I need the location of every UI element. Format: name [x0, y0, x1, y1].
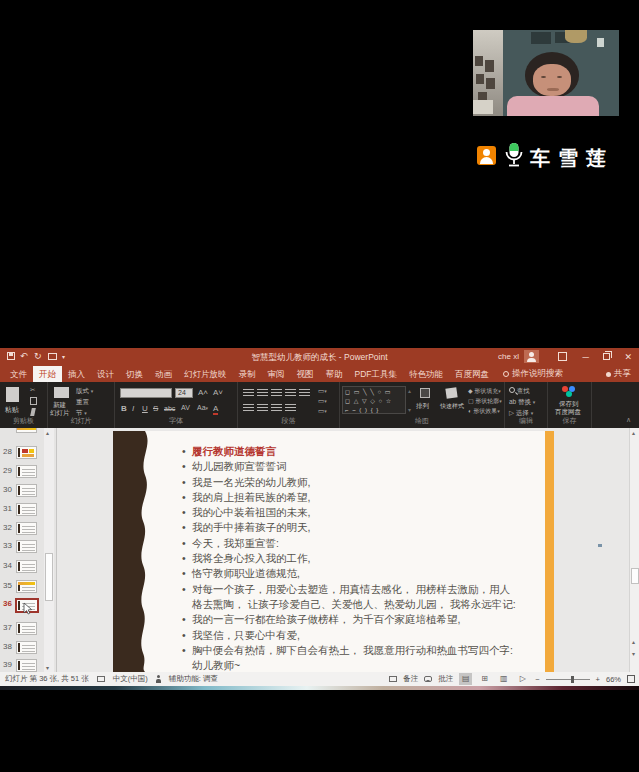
decrease-indent-icon[interactable] — [271, 389, 282, 397]
tell-me-search[interactable]: 操作说明搜索 — [503, 366, 563, 382]
grow-font-icon[interactable]: A˄ — [198, 388, 208, 397]
text-direction-icon[interactable]: ▭▾ — [318, 387, 327, 395]
close-button[interactable]: ✕ — [624, 352, 632, 362]
slide-bullet: •恪守教师职业道德规范, — [180, 566, 516, 581]
view-normal-button[interactable]: ▤ — [459, 673, 472, 685]
tab-file[interactable]: 文件 — [4, 366, 33, 382]
font-name-combo[interactable] — [120, 388, 172, 398]
previous-slide-icon[interactable]: ▴ — [632, 638, 635, 645]
zoom-level[interactable]: 66% — [606, 675, 621, 684]
replace-button[interactable]: ab 替换 ▾ — [509, 398, 535, 407]
font-size-combo[interactable]: 24 — [175, 388, 193, 398]
tab-view[interactable]: 视图 — [291, 366, 320, 382]
format-painter-icon[interactable] — [30, 408, 36, 416]
scroll-up-icon[interactable]: ▴ — [46, 429, 49, 436]
collapse-ribbon-icon[interactable]: ∧ — [626, 416, 631, 424]
increase-indent-icon[interactable] — [285, 389, 296, 397]
view-slideshow-button[interactable]: ▷ — [516, 673, 529, 685]
align-center-icon[interactable] — [257, 404, 268, 412]
quick-styles-icon[interactable] — [445, 387, 457, 398]
language-indicator[interactable]: 中文(中国) — [113, 674, 148, 684]
shapes-gallery[interactable]: ◻ ▭ ╲ ╲ ○ ▭ ◻ △ ▽ ◇ ○ ☆ ⌐ ~ ( ) { } — [342, 386, 406, 414]
tab-transitions[interactable]: 切换 — [120, 366, 149, 382]
tab-slideshow[interactable]: 幻灯片放映 — [178, 366, 233, 382]
fit-slide-to-window-icon[interactable] — [627, 675, 635, 683]
change-case-icon[interactable]: Aa▾ — [197, 404, 208, 411]
align-right-icon[interactable] — [271, 404, 282, 412]
tab-record[interactable]: 录制 — [233, 366, 262, 382]
spellcheck-icon[interactable] — [97, 676, 105, 682]
zoom-slider[interactable] — [546, 679, 590, 680]
tab-home[interactable]: 开始 — [33, 366, 62, 382]
tab-help[interactable]: 帮助 — [320, 366, 349, 382]
account-avatar[interactable] — [524, 350, 539, 363]
align-text-icon[interactable]: ▭▾ — [318, 397, 327, 405]
copy-icon[interactable] — [30, 397, 37, 405]
align-left-icon[interactable] — [243, 404, 254, 412]
shapes-scroll-down-icon[interactable]: ▾ — [408, 406, 411, 413]
share-button[interactable]: 共享 — [606, 368, 631, 380]
underline-button[interactable]: U — [142, 404, 148, 413]
cut-icon[interactable]: ✂ — [30, 386, 35, 394]
tab-baidu-netdisk[interactable]: 百度网盘 — [449, 366, 495, 382]
slide-canvas[interactable]: •履行教师道德誓言 •幼儿园教师宣誓誓词 •我是一名光荣的幼儿教师, •我的肩上… — [113, 431, 554, 672]
tab-insert[interactable]: 插入 — [62, 366, 91, 382]
shape-fill-button[interactable]: ◆ 形状填充▾ — [468, 387, 501, 396]
paste-icon[interactable] — [6, 387, 19, 402]
bullets-icon[interactable] — [243, 389, 254, 397]
quick-styles-button[interactable]: 快速样式 — [440, 402, 464, 411]
shape-outline-button[interactable]: ▢ 形状轮廓▾ — [468, 397, 502, 406]
tab-features[interactable]: 特色功能 — [403, 366, 449, 382]
tab-design[interactable]: 设计 — [91, 366, 120, 382]
ribbon-display-options-icon[interactable] — [558, 352, 567, 361]
accessibility-status[interactable]: 辅助功能: 调查 — [169, 674, 218, 684]
slide-thumbnail-partial[interactable] — [16, 428, 37, 433]
tab-review[interactable]: 审阅 — [262, 366, 291, 382]
group-label: 绘图 — [340, 416, 504, 426]
minimize-button[interactable]: ─ — [583, 352, 589, 362]
bold-button[interactable]: B — [121, 404, 127, 413]
paste-button[interactable]: 粘贴 — [5, 405, 19, 415]
numbering-icon[interactable] — [257, 389, 268, 397]
panel-scrollbar-thumb[interactable] — [45, 553, 53, 601]
clear-format-icon[interactable]: abc — [164, 405, 175, 412]
find-button[interactable]: 查找 — [509, 387, 530, 396]
font-color-icon[interactable]: A — [213, 404, 218, 415]
tab-pdf-tools[interactable]: PDF工具集 — [349, 366, 404, 382]
arrange-icon[interactable] — [420, 388, 430, 398]
view-slide-sorter-button[interactable]: ⊞ — [478, 673, 491, 685]
arrange-button[interactable]: 排列 — [416, 402, 429, 411]
panel-scrollbar[interactable]: ▴ ▾ — [44, 428, 54, 672]
strikethrough-button[interactable]: S — [153, 404, 158, 413]
scroll-down-icon[interactable]: ▾ — [46, 664, 49, 671]
zoom-slider-thumb[interactable] — [571, 676, 574, 683]
scroll-up-icon[interactable]: ▴ — [632, 429, 635, 436]
zoom-out-button[interactable]: − — [535, 675, 539, 684]
italic-button[interactable]: I — [132, 404, 134, 413]
account-name[interactable]: che xl — [498, 352, 519, 361]
next-slide-icon[interactable]: ▾ — [632, 650, 635, 657]
notes-button[interactable]: 备注 — [403, 674, 418, 684]
slide-bullet: •对每一个孩子，用爱心去塑造，用真情去感化， 用榜样去激励，用人格去熏陶， 让孩… — [180, 582, 516, 613]
tab-animations[interactable]: 动画 — [149, 366, 178, 382]
new-slide-icon[interactable] — [54, 387, 69, 398]
shrink-font-icon[interactable]: A˅ — [213, 388, 223, 397]
view-reading-button[interactable]: ▥ — [497, 673, 510, 685]
editor-scrollbar[interactable]: ▴ ▴ ▾ — [629, 428, 639, 672]
comments-button[interactable]: 批注 — [438, 674, 453, 684]
smartart-icon[interactable]: ▭▾ — [318, 407, 327, 415]
shape-effects-button[interactable]: ◐ 形状效果▾ — [468, 407, 500, 416]
shapes-scroll-up-icon[interactable]: ▴ — [408, 387, 411, 394]
zoom-in-button[interactable]: + — [596, 675, 600, 684]
justify-icon[interactable] — [285, 404, 296, 412]
restore-button[interactable] — [603, 353, 610, 360]
reset-button[interactable]: 重置 — [76, 398, 89, 407]
layout-button[interactable]: 版式 ▾ — [76, 387, 93, 396]
slide-bullet: •我坚信，只要心中有爱, — [180, 628, 516, 643]
line-spacing-icon[interactable] — [299, 389, 310, 397]
char-spacing-icon[interactable]: AV — [181, 404, 190, 411]
slide-bullet: •我的一言一行都在给孩子做榜样， 为千百个家庭培植希望, — [180, 612, 516, 627]
screen: 车雪莲 ↶ ↻ ▾ 智慧型幼儿教师的成长 - PowerPoint che xl… — [0, 0, 639, 772]
baidu-netdisk-icon[interactable] — [562, 386, 578, 398]
editor-scrollbar-thumb[interactable] — [631, 568, 639, 584]
